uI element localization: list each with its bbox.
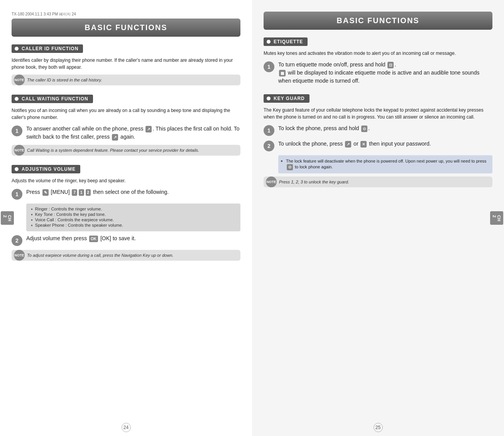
step-number-1: 1 — [12, 126, 22, 136]
key-guard-step1-text: To lock the phone, press and hold ⊙. — [278, 124, 370, 132]
send-key-icon: ↗ — [145, 126, 152, 132]
adjusting-volume-title: ADJUSTING VOLUME — [12, 165, 80, 173]
etiquette-step1-text: To turn etiquette mode on/off, press and… — [278, 61, 492, 85]
etiquette-title: ETIQUETTE — [264, 37, 308, 46]
bullet-speaker: Speaker Phone : Controls the speaker vol… — [31, 223, 236, 227]
step-number-1: 1 — [12, 189, 22, 200]
key-guard-body: The Key guard feature of your cellular t… — [264, 107, 492, 120]
key-guard-step2-text: To unlock the phone, press ↗ or ✕ then i… — [278, 140, 431, 148]
volume-step2-text: Adjust volume then press OK [OK] to save… — [26, 234, 136, 243]
title-dot — [15, 167, 19, 171]
key-guard-step1: 1 To lock the phone, press and hold ⊙. — [264, 124, 492, 136]
step-number-1: 1 — [264, 61, 274, 72]
left-page: TX-180 2004.11.1 3:43 PM 페이지 24 BASIC FU… — [0, 0, 252, 436]
call-waiting-step1: 1 To answer another call while on the ph… — [12, 125, 240, 141]
lock-key: ⊙ — [361, 126, 367, 132]
end-key: ✕ — [360, 141, 367, 148]
key-guard-note: NOTE Press 1, 2, 3 to unlock the key gua… — [264, 176, 492, 187]
bullet-ringer: Ringer : Controls the ringer volume. — [31, 207, 236, 211]
title-dot — [267, 40, 271, 44]
key7: 7 — [72, 189, 77, 196]
note-icon: NOTE — [14, 75, 25, 85]
etiquette-step1: 1 To turn etiquette mode on/off, press a… — [264, 61, 492, 85]
bullet-voicecall: Voice Call : Controls the earpiece volum… — [31, 217, 236, 222]
title-dot — [267, 97, 271, 100]
step1-text: To answer another call while on the phon… — [26, 125, 240, 141]
key-guard-info: The lock feature will deactivate when th… — [278, 155, 492, 173]
send-key: ↗ — [345, 141, 351, 148]
left-header: BASIC FUNCTIONS — [12, 19, 240, 37]
call-waiting-body: Notifies you of an incoming call when yo… — [12, 107, 240, 121]
step-number-1: 1 — [264, 125, 274, 136]
caller-id-note: NOTE The caller ID is stored in the call… — [12, 75, 240, 85]
caller-id-body: Identifies caller by displaying their ph… — [12, 57, 240, 71]
volume-step2: 2 Adjust volume then press OK [OK] to sa… — [12, 234, 240, 246]
right-header: BASIC FUNCTIONS — [264, 12, 492, 30]
top-label: TX-180 2004.11.1 3:43 PM 페이지 24 — [12, 12, 240, 17]
volume-bullets: Ringer : Controls the ringer volume. Key… — [26, 204, 240, 231]
caller-id-section: CALLER ID FUNCTION Identifies caller by … — [12, 44, 240, 85]
call-waiting-section: CALL WAITING FUNCTION Notifies you of an… — [12, 95, 240, 156]
right-side-tab: CH2 — [490, 211, 503, 225]
caller-id-title: CALLER ID FUNCTION — [12, 44, 83, 53]
menu-key: ✎ — [42, 189, 49, 196]
note-icon: NOTE — [14, 145, 25, 156]
title-dot — [15, 47, 19, 51]
key-guard-title: KEY GUARD — [264, 94, 310, 103]
page-spread: TX-180 2004.11.1 3:43 PM 페이지 24 BASIC FU… — [0, 0, 504, 436]
volume-note: NOTE To adjust earpiece volume during a … — [12, 250, 240, 261]
step-number-2: 2 — [12, 235, 22, 246]
call-waiting-title: CALL WAITING FUNCTION — [12, 95, 93, 103]
key2: 2 — [86, 189, 91, 196]
right-page-number: 25 — [374, 423, 383, 432]
note-icon: NOTE — [14, 250, 25, 261]
vibrate-icon: ▦ — [279, 70, 286, 76]
volume-step1: 1 Press ✎ [MENU] 712 then select one of … — [12, 188, 240, 200]
etiquette-section: ETIQUETTE Mutes key tones and activates … — [264, 37, 492, 85]
key-guard-section: KEY GUARD The Key guard feature of your … — [264, 94, 492, 187]
key-guard-step2: 2 To unlock the phone, press ↗ or ✕ then… — [264, 140, 492, 151]
etiquette-body: Mutes key tones and activates the vibrat… — [264, 50, 492, 57]
adjusting-volume-body: Adjusts the volume of the ringer, key be… — [12, 177, 240, 184]
left-side-tab: CH2 — [1, 211, 14, 225]
left-page-number: 24 — [122, 423, 131, 432]
volume-step1-text: Press ✎ [MENU] 712 then select one of th… — [26, 188, 169, 196]
bullet-keytone: Key Tone : Controls the key pad tone. — [31, 212, 236, 217]
adjusting-volume-section: ADJUSTING VOLUME Adjusts the volume of t… — [12, 165, 240, 261]
key1: 1 — [79, 189, 84, 196]
note-icon: NOTE — [266, 176, 277, 187]
send-key-icon2: ↗ — [112, 134, 118, 141]
etiquette-key: ⊡ — [387, 62, 394, 68]
right-page: BASIC FUNCTIONS ETIQUETTE Mutes key tone… — [252, 0, 504, 436]
step-number-2: 2 — [264, 141, 274, 151]
lock-key2: ⊙ — [287, 164, 293, 170]
call-waiting-note: NOTE Call Waiting is a system dependent … — [12, 145, 240, 156]
title-dot — [15, 97, 19, 101]
ok-key: OK — [89, 236, 98, 242]
